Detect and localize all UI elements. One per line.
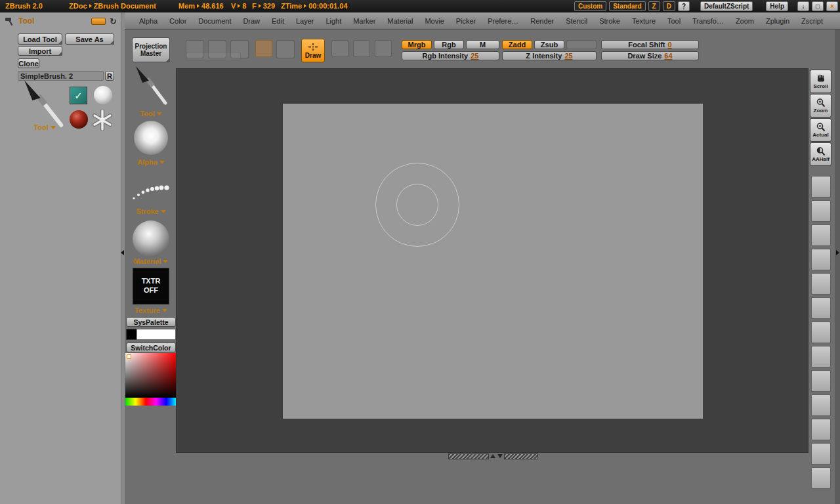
actual-size-button[interactable]: Actual <box>810 118 831 142</box>
menu-light[interactable]: Light <box>326 17 341 25</box>
menu-document[interactable]: Document <box>198 17 231 25</box>
tray-slot[interactable] <box>811 200 831 222</box>
shelf-material-preview[interactable] <box>133 220 169 257</box>
close-icon[interactable]: × <box>826 1 838 11</box>
mrgb-button[interactable]: Mrgb <box>402 40 432 49</box>
disabled-slider[interactable] <box>186 52 241 60</box>
left-tray-divider[interactable] <box>121 12 125 504</box>
restore-window-icon[interactable]: □ <box>812 1 824 11</box>
menu-texture[interactable]: Texture <box>632 17 656 25</box>
default-zscript-button[interactable]: DefaultZScript <box>700 1 753 11</box>
disabled-gyro-button[interactable] <box>353 40 370 57</box>
shelf-tool-preview[interactable] <box>130 63 172 109</box>
standard-ui-button[interactable]: Standard <box>609 1 645 11</box>
tray-slot[interactable] <box>811 467 831 489</box>
disabled-gyro-button[interactable] <box>375 40 392 57</box>
d-button[interactable]: D <box>663 1 675 11</box>
menu-zoom[interactable]: Zoom <box>736 17 754 25</box>
canvas-scroll-arrows[interactable] <box>490 454 503 458</box>
menu-color[interactable]: Color <box>169 17 186 25</box>
menu-zplugin[interactable]: Zplugin <box>766 17 789 25</box>
shelf-alpha-selector[interactable]: Alpha <box>125 158 177 166</box>
right-tray-divider[interactable] <box>835 30 840 504</box>
load-tool-button[interactable]: Load Tool <box>18 33 62 45</box>
tool-item-star[interactable] <box>92 110 113 131</box>
tray-slot[interactable] <box>811 394 831 416</box>
color-picker-hue-strip[interactable] <box>125 398 177 406</box>
projection-master-button[interactable]: Projection Master <box>132 37 170 62</box>
tool-item-sphere[interactable] <box>94 86 112 104</box>
menu-render[interactable]: Render <box>530 17 554 25</box>
save-as-button[interactable]: Save As <box>65 33 114 45</box>
menu-stencil[interactable]: Stencil <box>566 17 587 25</box>
tray-collapse-arrow-right[interactable] <box>836 250 839 255</box>
scroll-down-icon[interactable] <box>497 454 503 458</box>
simple-brush-thumbnail[interactable] <box>16 79 68 130</box>
tray-slot[interactable] <box>811 419 831 440</box>
tool-item-red-sphere[interactable] <box>70 110 88 129</box>
menu-material[interactable]: Material <box>387 17 413 25</box>
menu-layer[interactable]: Layer <box>296 17 314 25</box>
scroll-button[interactable]: Scroll <box>810 70 831 93</box>
shelf-stroke-selector[interactable]: Stroke <box>125 207 177 215</box>
aahalf-button[interactable]: AAHalf <box>810 142 831 166</box>
tool-item-selected[interactable]: ✓ <box>70 87 87 104</box>
shelf-texture-selector[interactable]: Texture <box>125 306 177 314</box>
zoom-button[interactable]: Zoom <box>810 94 831 117</box>
tray-slot[interactable] <box>811 224 831 246</box>
z-intensity-slider[interactable]: Z Intensity 25 <box>502 51 597 60</box>
import-button[interactable]: Import <box>18 46 62 56</box>
custom-ui-button[interactable]: Custom <box>574 1 606 11</box>
tray-collapse-arrow-left[interactable] <box>121 250 124 255</box>
canvas-scrollbar-left[interactable] <box>448 453 489 459</box>
focal-shift-slider[interactable]: Focal Shift 0 <box>601 40 699 49</box>
m-button[interactable]: M <box>466 40 499 49</box>
menu-picker[interactable]: Picker <box>456 17 476 25</box>
shelf-material-selector[interactable]: Material <box>125 257 177 265</box>
disabled-shelf-button[interactable] <box>255 40 272 57</box>
tray-slot[interactable] <box>811 443 831 465</box>
tray-slot[interactable] <box>811 322 831 343</box>
menu-tool[interactable]: Tool <box>667 17 681 25</box>
menu-alpha[interactable]: Alpha <box>139 17 158 25</box>
palette-collapse-swatch[interactable] <box>91 18 106 25</box>
palette-refresh-icon[interactable]: ↻ <box>110 17 117 26</box>
menu-movie[interactable]: Movie <box>425 17 444 25</box>
tray-slot[interactable] <box>811 370 831 392</box>
tray-slot[interactable] <box>811 176 831 198</box>
clone-button[interactable]: Clone <box>18 58 39 68</box>
shelf-tool-selector[interactable]: Tool <box>125 110 177 117</box>
secondary-color-swatch[interactable] <box>126 329 136 340</box>
tray-slot[interactable] <box>811 297 831 319</box>
color-picker-cursor[interactable] <box>127 354 131 359</box>
zsub-button[interactable]: Zsub <box>534 40 564 49</box>
restore-config-button[interactable]: R <box>105 71 114 81</box>
canvas-scrollbar-right[interactable] <box>504 453 538 459</box>
menu-zscript[interactable]: Zscript <box>801 17 823 25</box>
menu-transform[interactable]: Transfo… <box>692 17 724 25</box>
menu-preferences[interactable]: Prefere… <box>488 17 518 25</box>
tray-slot[interactable] <box>811 346 831 368</box>
scroll-up-icon[interactable] <box>490 454 495 458</box>
switch-color-button[interactable]: SwitchColor <box>126 343 176 352</box>
help-button[interactable]: Help <box>766 1 788 11</box>
menu-draw[interactable]: Draw <box>243 17 260 25</box>
sys-palette-button[interactable]: SysPalette <box>126 317 176 327</box>
tool-flyout-label[interactable]: Tool <box>25 123 64 131</box>
menu-edit[interactable]: Edit <box>272 17 284 25</box>
tray-slot[interactable] <box>811 249 831 270</box>
zadd-button[interactable]: Zadd <box>502 40 532 49</box>
shelf-stroke-preview[interactable] <box>130 175 172 205</box>
zbrush-document[interactable] <box>283 104 703 419</box>
rgb-button[interactable]: Rgb <box>434 40 464 49</box>
disabled-shelf-button[interactable] <box>276 40 295 58</box>
menu-stroke[interactable]: Stroke <box>599 17 620 25</box>
minimize-icon[interactable]: ↓ <box>797 1 809 11</box>
z-button[interactable]: Z <box>648 1 660 11</box>
tray-slot[interactable] <box>811 273 831 295</box>
rgb-intensity-slider[interactable]: Rgb Intensity 25 <box>402 51 499 60</box>
draw-size-slider[interactable]: Draw Size 64 <box>601 51 699 60</box>
color-picker-gradient[interactable] <box>125 353 177 398</box>
disabled-gyro-button[interactable] <box>331 40 348 57</box>
menu-marker[interactable]: Marker <box>353 17 375 25</box>
